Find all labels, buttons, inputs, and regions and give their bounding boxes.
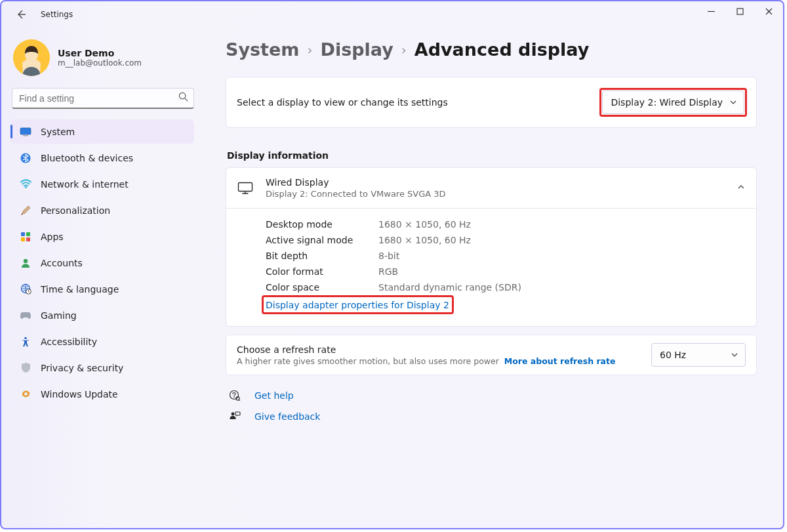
info-value: 1680 × 1050, 60 Hz [378, 219, 471, 230]
apps-icon [20, 231, 31, 243]
back-button[interactable] [12, 5, 30, 24]
info-row: Bit depth8-bit [266, 248, 746, 264]
breadcrumb: System › Display › Advanced display [226, 35, 757, 60]
svg-rect-3 [20, 128, 31, 134]
svg-point-2 [179, 92, 185, 98]
monitor-icon [237, 180, 254, 197]
svg-point-18 [233, 397, 235, 398]
adapter-properties-link[interactable]: Display adapter properties for Display 2 [266, 297, 449, 310]
info-key: Bit depth [266, 251, 361, 261]
search-box[interactable] [12, 88, 194, 109]
info-key: Color space [266, 282, 361, 293]
minimize-icon [708, 8, 715, 15]
refresh-subtitle: A higher rate gives smoother motion, but… [237, 356, 616, 366]
sidebar-item-apps[interactable]: Apps [10, 224, 194, 249]
info-key: Color format [266, 266, 361, 277]
search-input[interactable] [18, 92, 178, 104]
titlebar: Settings [1, 1, 783, 29]
bluetooth-icon [20, 152, 31, 164]
sidebar-item-label: Apps [41, 232, 64, 242]
sidebar: User Demo m__lab@outlook.com System [1, 29, 203, 528]
refresh-rate-dropdown[interactable]: 60 Hz [651, 343, 746, 367]
close-button[interactable] [754, 1, 783, 21]
feedback-icon [228, 411, 241, 422]
svg-point-15 [24, 337, 27, 339]
person-icon [20, 257, 31, 269]
svg-rect-5 [23, 135, 28, 136]
settings-window: Settings User Demo [0, 0, 784, 529]
sidebar-item-gaming[interactable]: Gaming [10, 303, 194, 327]
svg-rect-11 [26, 237, 30, 241]
select-display-label: Select a display to view or change its s… [237, 97, 448, 108]
sidebar-item-label: Network & internet [41, 179, 129, 190]
breadcrumb-display[interactable]: Display [320, 39, 393, 60]
accessibility-icon [20, 336, 31, 348]
breadcrumb-current: Advanced display [414, 39, 590, 60]
info-value: Standard dynamic range (SDR) [378, 282, 521, 293]
svg-rect-16 [239, 182, 252, 191]
sidebar-item-label: Accessibility [41, 337, 97, 347]
profile-name: User Demo [58, 48, 142, 58]
display-info-title: Wired Display [266, 177, 446, 188]
get-help-link[interactable]: Get help [226, 390, 757, 401]
sidebar-item-privacy[interactable]: Privacy & security [10, 356, 194, 380]
sidebar-item-label: System [41, 127, 75, 137]
section-title: Display information [227, 150, 757, 161]
info-row: Desktop mode1680 × 1050, 60 Hz [266, 216, 746, 232]
sidebar-item-network[interactable]: Network & internet [10, 172, 194, 196]
sidebar-item-label: Time & language [41, 284, 119, 295]
info-value: RGB [378, 266, 398, 277]
info-row: Color spaceStandard dynamic range (SDR) [266, 279, 746, 295]
chevron-right-icon: › [307, 42, 312, 58]
svg-point-7 [25, 186, 27, 188]
shield-icon [20, 362, 31, 374]
highlight-callout: Display adapter properties for Display 2 [262, 295, 454, 314]
arrow-left-icon [16, 9, 26, 20]
sidebar-item-accounts[interactable]: Accounts [10, 251, 194, 275]
chevron-right-icon: › [401, 42, 407, 58]
profile-email: m__lab@outlook.com [58, 58, 142, 68]
display-info-body: Desktop mode1680 × 1050, 60 Hz Active si… [226, 209, 756, 326]
svg-rect-8 [21, 232, 25, 236]
avatar-icon [13, 39, 50, 76]
sidebar-item-windows-update[interactable]: Windows Update [10, 382, 194, 406]
chevron-down-icon [729, 98, 737, 106]
minimize-button[interactable] [696, 1, 725, 21]
info-row: Active signal mode1680 × 1050, 60 Hz [266, 232, 746, 248]
give-feedback-link[interactable]: Give feedback [226, 411, 757, 422]
give-feedback-label: Give feedback [254, 411, 320, 422]
more-about-refresh-link[interactable]: More about refresh rate [504, 356, 616, 366]
chevron-down-icon [731, 351, 738, 359]
profile[interactable]: User Demo m__lab@outlook.com [10, 37, 203, 88]
footer-links: Get help Give feedback [226, 390, 757, 422]
breadcrumb-system[interactable]: System [226, 39, 299, 60]
sidebar-item-personalization[interactable]: Personalization [10, 198, 194, 222]
display-info-header[interactable]: Wired Display Display 2: Connected to VM… [226, 168, 756, 208]
info-value: 8-bit [378, 251, 399, 261]
display-dropdown[interactable]: Display 2: Wired Display [602, 91, 744, 114]
brush-icon [20, 205, 31, 216]
svg-rect-21 [235, 412, 240, 415]
refresh-subtitle-text: A higher rate gives smoother motion, but… [237, 356, 499, 366]
maximize-button[interactable] [725, 1, 754, 21]
info-key: Active signal mode [266, 235, 361, 245]
refresh-rate-card: Choose a refresh rate A higher rate give… [226, 335, 757, 375]
sidebar-item-bluetooth[interactable]: Bluetooth & devices [10, 146, 194, 170]
close-icon [765, 8, 773, 15]
sidebar-item-system[interactable]: System [10, 119, 194, 144]
sidebar-item-label: Windows Update [41, 389, 118, 399]
svg-point-20 [232, 413, 235, 416]
highlight-callout: Display 2: Wired Display [599, 88, 747, 117]
sidebar-item-label: Accounts [41, 258, 83, 268]
sidebar-item-time-language[interactable]: Time & language [10, 277, 194, 301]
refresh-title: Choose a refresh rate [237, 344, 616, 355]
sidebar-item-accessibility[interactable]: Accessibility [10, 329, 194, 354]
info-key: Desktop mode [266, 219, 361, 230]
display-info-subtitle: Display 2: Connected to VMware SVGA 3D [266, 189, 446, 199]
wifi-icon [20, 178, 31, 190]
gamepad-icon [20, 310, 31, 321]
svg-point-12 [24, 258, 28, 262]
nav: System Bluetooth & devices Network & int… [10, 119, 203, 406]
sidebar-item-label: Personalization [41, 205, 110, 216]
refresh-rate-value: 60 Hz [660, 350, 686, 360]
